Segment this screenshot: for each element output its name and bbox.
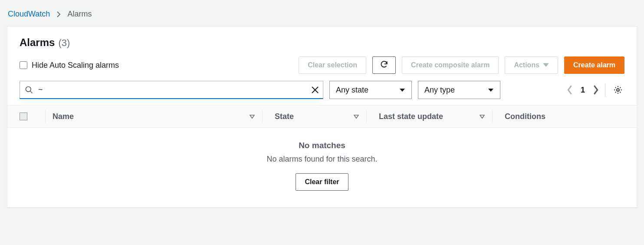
prev-page-button[interactable]: [567, 85, 573, 95]
empty-subtitle: No alarms found for this search.: [20, 155, 624, 164]
page-title: Alarms: [20, 36, 55, 49]
caret-down-icon: [543, 61, 549, 69]
table-header: Name State Last state update Conditions: [7, 105, 637, 128]
breadcrumb: CloudWatch Alarms: [8, 10, 637, 19]
refresh-icon: [380, 60, 388, 70]
chevron-right-icon: [593, 85, 599, 95]
hide-autoscaling-toggle[interactable]: Hide Auto Scaling alarms: [20, 61, 119, 70]
actions-dropdown[interactable]: Actions: [505, 56, 558, 74]
breadcrumb-root-link[interactable]: CloudWatch: [8, 10, 50, 19]
current-page: 1: [580, 86, 586, 95]
column-state[interactable]: State: [275, 112, 294, 121]
empty-title: No matches: [20, 141, 624, 150]
divider: [605, 83, 605, 96]
svg-point-0: [26, 87, 31, 92]
column-last-update[interactable]: Last state update: [379, 112, 443, 121]
select-all-checkbox[interactable]: [20, 113, 27, 120]
column-name[interactable]: Name: [53, 112, 74, 121]
state-filter-value: Any state: [336, 86, 368, 95]
refresh-button[interactable]: [372, 56, 396, 74]
search-field: [20, 81, 323, 99]
settings-button[interactable]: [611, 83, 624, 96]
chevron-right-icon: [56, 11, 61, 17]
svg-point-4: [617, 89, 619, 91]
state-filter-select[interactable]: Any state: [329, 81, 412, 99]
sort-icon[interactable]: [480, 114, 485, 119]
create-composite-alarm-button[interactable]: Create composite alarm: [402, 56, 499, 74]
actions-label: Actions: [514, 61, 539, 69]
type-filter-select[interactable]: Any type: [418, 81, 500, 99]
chevron-left-icon: [567, 85, 573, 95]
gear-icon: [613, 85, 623, 95]
search-icon: [25, 86, 33, 94]
alarm-count: (3): [58, 37, 70, 49]
horizontal-scrollbar[interactable]: [2, 209, 642, 215]
svg-line-1: [30, 91, 33, 93]
close-icon: [311, 86, 319, 94]
column-conditions[interactable]: Conditions: [505, 112, 545, 121]
search-input[interactable]: [20, 81, 323, 99]
empty-state: No matches No alarms found for this sear…: [20, 128, 624, 199]
create-alarm-button[interactable]: Create alarm: [564, 56, 624, 74]
caret-down-icon: [399, 86, 405, 95]
sort-icon[interactable]: [250, 114, 255, 119]
hide-autoscaling-checkbox[interactable]: [20, 61, 27, 69]
caret-down-icon: [488, 86, 494, 95]
clear-search-button[interactable]: [311, 86, 319, 94]
hide-autoscaling-label: Hide Auto Scaling alarms: [32, 61, 119, 70]
alarms-panel: Alarms (3) Hide Auto Scaling alarms Clea…: [7, 26, 637, 208]
clear-filter-button[interactable]: Clear filter: [296, 173, 348, 191]
breadcrumb-current: Alarms: [67, 10, 92, 19]
sort-icon[interactable]: [354, 114, 359, 119]
next-page-button[interactable]: [593, 85, 599, 95]
type-filter-value: Any type: [424, 86, 455, 95]
clear-selection-button[interactable]: Clear selection: [299, 56, 366, 74]
